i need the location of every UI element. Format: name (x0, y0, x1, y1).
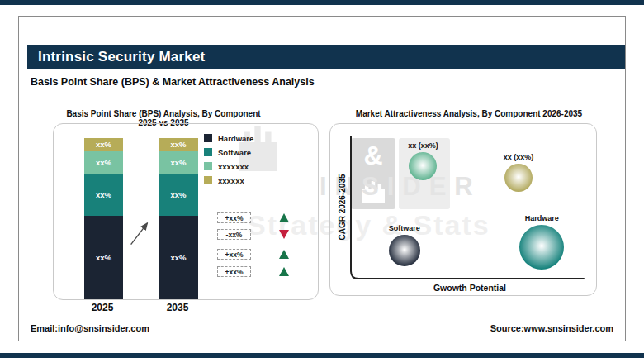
bubble-label: Hardware (525, 214, 559, 222)
page-title: Intrinsic Security Market (38, 49, 205, 65)
x-axis-label: Gwowth Potential (387, 283, 552, 293)
delta-value-box: +xx% (217, 249, 251, 260)
x-tick-2035: 2035 (153, 302, 202, 313)
attractiveness-chart-title: Market Attractiveness Analysis, By Compo… (345, 109, 593, 118)
bubble-hardware (519, 225, 564, 270)
top-accent-bar (0, 0, 644, 5)
legend-swatch (204, 162, 212, 170)
legend-item-hardware: Hardware (204, 134, 253, 142)
content-card: & INSIDER Strategy & Stats Intrinsic Sec… (18, 16, 626, 341)
legend-label: xxxxxxx (218, 162, 249, 171)
legend-swatch (204, 148, 212, 156)
title-bar: Intrinsic Security Market (27, 45, 625, 69)
legend-item-xxxxxxx: xxxxxxx (204, 162, 253, 170)
infographic-slide: & INSIDER Strategy & Stats Intrinsic Sec… (0, 0, 644, 358)
legend: HardwareSoftwarexxxxxxxxxxxxx (204, 134, 253, 190)
delta-value-box: -xx% (217, 229, 251, 240)
legend-label: xxxxxx (218, 176, 244, 185)
axes-lines (330, 124, 598, 297)
attractiveness-chart-panel: CAGR 2026-2035 Gwowth Potential xx (xx%)… (329, 123, 597, 296)
delta-row: +xx% (217, 249, 289, 260)
bps-chart-panel: xx%xx%xx%xx% xx%xx%xx%xx% HardwareSoftwa… (53, 123, 319, 300)
legend-item-xxxxxx: xxxxxx (204, 176, 253, 184)
x-tick-2025: 2025 (78, 302, 127, 313)
page-subtitle: Basis Point Share (BPS) & Market Attract… (31, 76, 315, 88)
triangle-down-icon (279, 230, 289, 239)
legend-swatch (204, 176, 212, 184)
y-axis-label: CAGR 2026-2035 (338, 141, 347, 274)
delta-value-box: +xx% (217, 212, 251, 223)
delta-row: +xx% (217, 212, 289, 223)
legend-item-software: Software (204, 148, 253, 156)
bubble-software (389, 235, 420, 266)
triangle-up-icon (279, 213, 289, 222)
footer-source: Source:www.snsinsider.com (490, 323, 613, 333)
legend-swatch (204, 134, 212, 142)
bottom-accent-bar (0, 353, 644, 358)
delta-value-box: +xx% (217, 266, 251, 277)
triangle-up-icon (279, 250, 289, 259)
bubble-label: xx (xx%) (504, 153, 534, 161)
delta-row: -xx% (217, 229, 289, 240)
bubble-xx-xx- (504, 164, 533, 192)
triangle-up-icon (279, 267, 289, 276)
footer-email: Email:info@snsinsider.com (31, 323, 149, 333)
legend-label: Software (218, 148, 251, 157)
bubble-label: xx (xx%) (408, 141, 438, 150)
legend-label: Hardware (218, 134, 253, 143)
delta-row: +xx% (217, 266, 289, 277)
bubble-label: Software (389, 224, 420, 232)
